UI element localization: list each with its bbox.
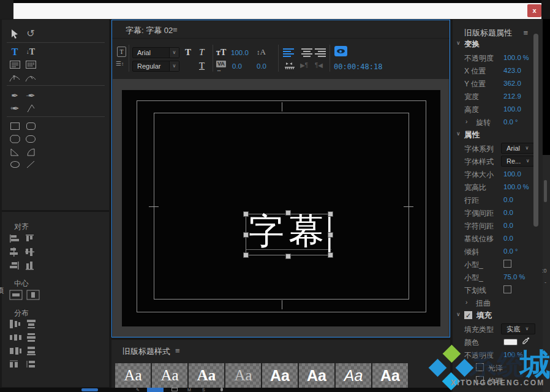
show-background-video-button[interactable] bbox=[334, 46, 347, 56]
chevron-down-icon[interactable]: ∨ bbox=[169, 48, 179, 58]
taskbar-icon-m[interactable]: M bbox=[187, 388, 191, 392]
kerning-value[interactable]: 0.0 bbox=[232, 62, 242, 70]
handle-top-right[interactable] bbox=[328, 211, 333, 217]
style-swatch-8[interactable]: Aa bbox=[372, 363, 408, 388]
small-caps-checkbox[interactable] bbox=[503, 260, 511, 268]
style-swatch-6[interactable]: Aa bbox=[299, 363, 334, 388]
selection-tool[interactable] bbox=[7, 28, 22, 39]
chevron-right-icon[interactable]: › bbox=[465, 299, 467, 306]
handle-top-center[interactable] bbox=[285, 210, 291, 216]
chevron-down-icon[interactable]: ∨ bbox=[456, 311, 461, 317]
distribute-horizontal-center-icon[interactable] bbox=[9, 333, 23, 342]
arc-tool[interactable] bbox=[23, 146, 38, 157]
font-family-dropdown-right[interactable]: Arial ∨ bbox=[501, 143, 534, 154]
underline-button[interactable]: T bbox=[199, 61, 205, 71]
handle-middle-right[interactable] bbox=[328, 232, 333, 238]
chevron-down-icon[interactable]: ∨ bbox=[456, 40, 461, 46]
delete-anchor-point-tool[interactable]: −✒ bbox=[23, 89, 38, 101]
ellipse-tool[interactable] bbox=[7, 159, 22, 170]
tab-stops-icon[interactable] bbox=[284, 61, 295, 72]
align-horizontal-right-icon[interactable] bbox=[9, 261, 21, 270]
round-rectangle-tool[interactable] bbox=[23, 133, 38, 145]
handle-bottom-right[interactable] bbox=[328, 252, 333, 258]
background-video-timecode[interactable]: 00:00:48:18 bbox=[334, 62, 382, 71]
path-type-tool[interactable] bbox=[7, 72, 22, 84]
fill-checkbox[interactable]: ✓ bbox=[464, 311, 472, 319]
font-style-dropdown-right[interactable]: Re... ∨ bbox=[501, 156, 534, 167]
style-swatch-2[interactable]: Aa bbox=[152, 363, 187, 388]
font-family-dropdown[interactable]: Arial ∨ bbox=[132, 47, 179, 58]
underline-checkbox[interactable] bbox=[503, 285, 511, 293]
style-swatch-1[interactable]: Aa bbox=[115, 363, 151, 388]
rectangle-tool[interactable] bbox=[7, 120, 22, 132]
vertical-area-type-tool[interactable] bbox=[23, 59, 38, 70]
tracking-value[interactable]: 0.0 bbox=[257, 62, 266, 70]
title-canvas[interactable]: 字幕 bbox=[122, 90, 440, 326]
distribute-vertical-even-icon[interactable] bbox=[25, 360, 39, 369]
rounded-rectangle-tool[interactable] bbox=[23, 120, 38, 132]
section-properties[interactable]: ∨ 属性 bbox=[453, 129, 543, 142]
taskbar-icon-pen[interactable]: ✎ bbox=[136, 388, 140, 392]
pen-tool[interactable]: ✒ bbox=[7, 89, 22, 101]
align-right-button[interactable] bbox=[314, 48, 326, 59]
align-horizontal-center-icon[interactable] bbox=[9, 247, 21, 257]
vertical-type-tool[interactable]: ↓T bbox=[23, 46, 38, 58]
italic-button[interactable]: T bbox=[199, 47, 204, 58]
section-fill[interactable]: ∨ ✓ 填充 bbox=[453, 309, 543, 323]
close-button[interactable]: x bbox=[527, 4, 541, 17]
type-tool[interactable]: T bbox=[7, 46, 22, 58]
fill-type-dropdown[interactable]: 实底 ∨ bbox=[501, 323, 535, 334]
rotation-tool[interactable]: ↺ bbox=[23, 28, 38, 39]
align-center-button[interactable] bbox=[301, 48, 313, 59]
insert-paragraph-back-icon[interactable]: ¶◀ bbox=[315, 62, 323, 69]
chevron-down-icon[interactable]: ∨ bbox=[522, 324, 532, 334]
chevron-down-icon[interactable]: ∨ bbox=[169, 61, 179, 71]
handle-bottom-center[interactable] bbox=[285, 254, 291, 259]
distribute-vertical-center-icon[interactable] bbox=[25, 333, 39, 342]
distribute-right-icon[interactable] bbox=[9, 346, 23, 356]
center-horizontal-icon[interactable] bbox=[9, 290, 23, 300]
handle-top-left[interactable] bbox=[243, 211, 249, 217]
wedge-tool[interactable] bbox=[7, 146, 22, 157]
handle-bottom-left[interactable] bbox=[243, 252, 249, 258]
align-vertical-bottom-icon[interactable] bbox=[25, 261, 37, 270]
align-horizontal-left-icon[interactable] bbox=[9, 234, 21, 243]
font-size-value[interactable]: 100.0 bbox=[231, 49, 249, 56]
taskbar-icon-window[interactable] bbox=[171, 388, 178, 391]
chevron-down-icon[interactable]: ∨ bbox=[523, 156, 532, 166]
convert-anchor-point-tool[interactable] bbox=[23, 102, 38, 114]
bold-button[interactable]: T bbox=[185, 47, 191, 58]
section-transform[interactable]: ∨ 变换 bbox=[453, 38, 543, 51]
distribute-top-icon[interactable] bbox=[25, 319, 39, 329]
align-vertical-top-icon[interactable] bbox=[25, 234, 37, 243]
style-swatch-4[interactable]: Aa bbox=[225, 363, 261, 388]
center-vertical-icon[interactable] bbox=[26, 290, 40, 300]
distribute-left-icon[interactable] bbox=[9, 319, 23, 329]
insert-paragraph-forward-icon[interactable]: ▶¶ bbox=[300, 62, 308, 69]
chevron-down-icon[interactable]: ∨ bbox=[456, 130, 461, 137]
distribute-bottom-icon[interactable] bbox=[25, 346, 39, 356]
line-tool[interactable] bbox=[23, 159, 38, 170]
taskbar-icon-active[interactable] bbox=[147, 388, 164, 392]
roll-crawl-options-icon[interactable]: ☰↕ bbox=[116, 60, 124, 67]
align-left-button[interactable] bbox=[282, 48, 295, 59]
chevron-down-icon[interactable]: ∨ bbox=[522, 143, 532, 153]
area-type-tool[interactable] bbox=[7, 59, 22, 70]
fill-color-swatch[interactable] bbox=[503, 339, 518, 345]
title-text[interactable]: 字幕 bbox=[249, 212, 328, 250]
properties-panel-menu-icon[interactable]: ≡ bbox=[523, 28, 528, 37]
distribute-horizontal-even-icon[interactable] bbox=[9, 360, 23, 369]
add-anchor-point-tool[interactable]: +✒ bbox=[7, 102, 22, 114]
font-style-dropdown[interactable]: Regular ∨ bbox=[132, 61, 179, 72]
vertical-path-type-tool[interactable] bbox=[23, 72, 38, 84]
title-properties-icon[interactable]: T bbox=[117, 47, 126, 57]
style-swatch-5[interactable]: Aa bbox=[262, 363, 298, 388]
align-vertical-center-icon[interactable] bbox=[25, 247, 37, 257]
handle-middle-left[interactable] bbox=[243, 232, 249, 238]
style-swatch-3[interactable]: Aa bbox=[189, 363, 224, 388]
right-edge-scroll-thumb[interactable] bbox=[544, 180, 547, 202]
styles-panel-menu-icon[interactable]: ≡ bbox=[175, 346, 180, 355]
style-swatch-7[interactable]: Aa bbox=[336, 363, 371, 388]
properties-scrollbar[interactable] bbox=[533, 34, 538, 227]
clipped-corner-rectangle-tool[interactable] bbox=[7, 133, 22, 145]
